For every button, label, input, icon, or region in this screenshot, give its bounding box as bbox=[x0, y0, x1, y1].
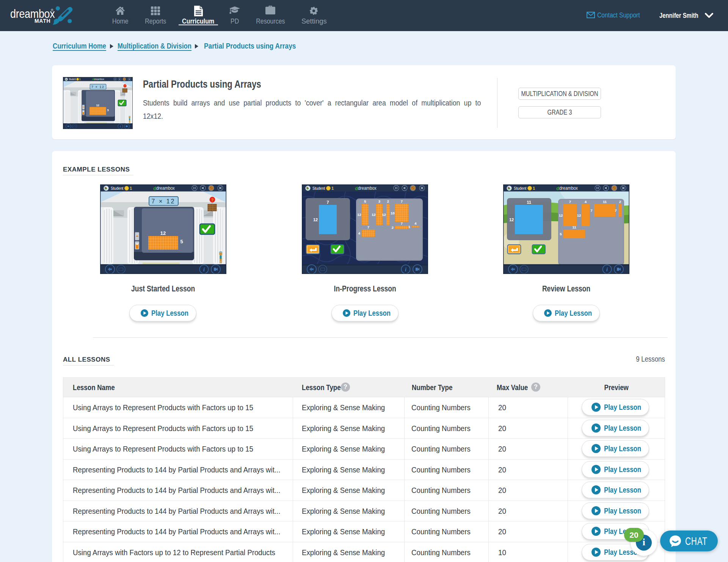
svg-text:4: 4 bbox=[585, 200, 587, 204]
svg-text:12: 12 bbox=[559, 213, 563, 217]
svg-text:2: 2 bbox=[392, 225, 394, 230]
svg-text:7: 7 bbox=[401, 221, 403, 225]
svg-text:10: 10 bbox=[391, 211, 395, 215]
svg-text:dreambox: dreambox bbox=[94, 78, 105, 81]
svg-text:7: 7 bbox=[590, 208, 592, 213]
svg-text:d: d bbox=[355, 186, 358, 191]
svg-text:1: 1 bbox=[533, 186, 535, 190]
svg-text:?: ? bbox=[124, 85, 126, 87]
svg-text:12: 12 bbox=[160, 230, 166, 236]
svg-text:Student: Student bbox=[69, 78, 76, 81]
svg-text:?: ? bbox=[211, 198, 214, 202]
svg-text:5: 5 bbox=[180, 239, 183, 244]
svg-text:1: 1 bbox=[130, 186, 132, 190]
svg-text:12: 12 bbox=[357, 213, 361, 217]
svg-text:Student: Student bbox=[514, 186, 526, 190]
svg-text:5: 5 bbox=[364, 199, 366, 203]
svg-text:7 × 12: 7 × 12 bbox=[91, 85, 105, 89]
svg-text:i: i bbox=[203, 267, 205, 272]
svg-text:1: 1 bbox=[79, 78, 81, 80]
svg-text:12: 12 bbox=[372, 213, 376, 217]
svg-text:i: i bbox=[606, 267, 608, 272]
svg-text:4: 4 bbox=[414, 221, 417, 225]
svg-text:12: 12 bbox=[96, 104, 99, 107]
svg-text:11: 11 bbox=[527, 200, 531, 205]
svg-text:7: 7 bbox=[367, 225, 369, 229]
svg-text:3: 3 bbox=[378, 199, 380, 203]
svg-text:12: 12 bbox=[509, 217, 514, 222]
svg-text:7: 7 bbox=[569, 200, 571, 204]
svg-text:dreambox: dreambox bbox=[559, 185, 578, 190]
svg-text:MATH: MATH bbox=[35, 18, 51, 24]
svg-text:11: 11 bbox=[603, 200, 607, 204]
svg-text:7: 7 bbox=[326, 200, 329, 205]
svg-text:4: 4 bbox=[358, 231, 361, 235]
svg-text:12: 12 bbox=[382, 213, 386, 217]
svg-text:5: 5 bbox=[560, 232, 562, 236]
svg-text:7 × 12: 7 × 12 bbox=[152, 198, 176, 205]
svg-text:d: d bbox=[153, 186, 156, 191]
svg-text:d: d bbox=[556, 186, 559, 191]
svg-text:2: 2 bbox=[619, 200, 621, 204]
svg-text:®: ® bbox=[51, 8, 53, 12]
svg-text:12: 12 bbox=[313, 217, 318, 222]
svg-text:dreambox: dreambox bbox=[358, 185, 377, 190]
svg-text:i: i bbox=[405, 267, 406, 272]
svg-text:Student: Student bbox=[111, 186, 123, 190]
svg-text:11: 11 bbox=[572, 225, 576, 229]
svg-text:1: 1 bbox=[408, 225, 411, 229]
svg-text:dreambox: dreambox bbox=[156, 185, 175, 190]
svg-text:2: 2 bbox=[387, 199, 389, 203]
svg-text:5: 5 bbox=[107, 109, 109, 112]
svg-text:Student: Student bbox=[312, 186, 325, 190]
svg-text:12: 12 bbox=[577, 213, 581, 217]
svg-text:7: 7 bbox=[615, 208, 617, 213]
svg-text:1: 1 bbox=[331, 186, 334, 190]
svg-text:7: 7 bbox=[401, 199, 403, 203]
